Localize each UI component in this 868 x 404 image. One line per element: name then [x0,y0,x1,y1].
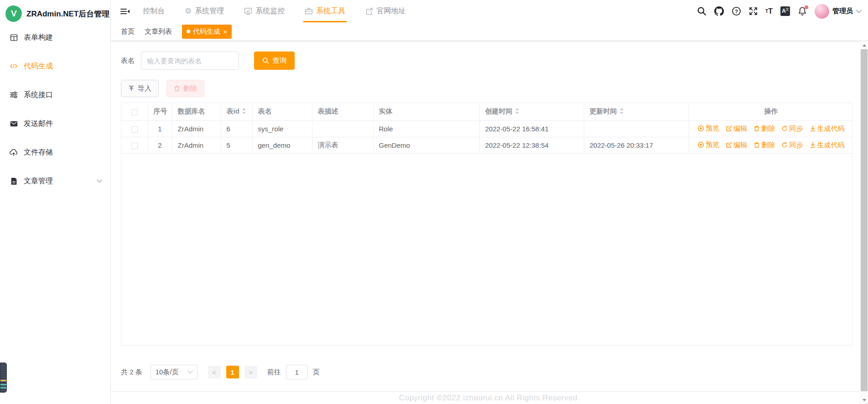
total-count: 共 2 条 [121,368,142,377]
sort-icon[interactable] [619,108,624,114]
import-button[interactable]: 导入 [121,80,159,97]
generate-code-link[interactable]: 生成代码 [810,124,845,133]
delete-link[interactable]: 删除 [754,141,775,150]
sidebar-item-label: 发送邮件 [24,119,53,129]
row-checkbox[interactable] [131,126,138,133]
trash-icon [754,142,760,148]
preview-link[interactable]: 预览 [697,124,719,133]
search-icon[interactable] [697,6,707,16]
tab-code-generation[interactable]: 代码生成 × [182,25,232,39]
table-row: 2 ZrAdmin 5 gen_demo 演示表 GenDemo 2022-05… [121,137,853,153]
header-table-desc: 表描述 [312,103,373,120]
query-button[interactable]: 查询 [254,52,295,70]
user-name: 管理员 [832,7,853,16]
gear-icon: ⚙ [185,7,192,15]
next-page-button[interactable]: > [244,366,257,378]
active-tab-dot [187,30,190,33]
header-entity: 实体 [373,103,479,120]
nav-item-label: 官网地址 [376,6,405,16]
sidebar-item-system-api[interactable]: 系统接口 [0,86,110,104]
scroll-down-arrow[interactable] [860,396,868,404]
help-icon[interactable]: ? [732,6,741,16]
sidebar-item-label: 表单构建 [24,33,53,42]
sidebar-item-send-mail[interactable]: 发送邮件 [0,114,110,133]
sort-icon[interactable] [515,108,520,114]
sync-link[interactable]: 同步 [781,141,803,150]
scrollbar-thumb[interactable] [861,49,868,391]
header-created[interactable]: 创建时间 [479,103,584,120]
edit-icon [726,125,732,132]
language-icon[interactable]: A文 [780,6,790,16]
preview-link[interactable]: 预览 [697,140,719,149]
tab-article-list[interactable]: 文章列表 [145,27,172,36]
main-area: 控制台 ⚙ 系统管理 系统监控 系统工具 [111,0,868,404]
sidebar-item-form-builder[interactable]: 表单构建 [0,28,110,47]
eye-icon [697,125,704,132]
nav-item-label: 系统管理 [195,6,224,16]
delete-link[interactable]: 删除 [754,124,775,133]
notification-dot [805,5,808,9]
table-name-label: 表名 [121,57,135,65]
sync-icon [781,125,788,132]
server-widget[interactable] [0,363,7,393]
nav-item-label: 系统监控 [255,6,285,16]
nav-item-system-tools[interactable]: 系统工具 [305,0,345,22]
goto-page-input[interactable] [286,365,308,379]
copyright-text: Copyright ©2022 izhaorui.cn All Rights R… [399,394,580,403]
github-icon[interactable] [714,6,724,16]
sidebar-menu: 表单构建 代码生成 系统接口 发送邮件 [0,27,110,190]
page-content: 表名 查询 导入 删除 [111,41,868,391]
cloud-upload-icon [9,149,18,156]
header-database: 数据库名 [172,103,221,120]
page-size-select[interactable]: 10条/页 [151,365,198,379]
search-form: 表名 查询 [121,52,868,70]
sidebar-item-label: 代码生成 [24,62,53,71]
delete-button[interactable]: 删除 [166,80,204,97]
generate-code-link[interactable]: 生成代码 [810,141,845,150]
row-actions: 预览 编辑 删除 同步 生成代码 [689,120,853,137]
header-seq: 序号 [148,103,172,120]
header-updated[interactable]: 更新时间 [584,103,689,120]
tab-home[interactable]: 首页 [121,27,135,36]
notification-bell-icon[interactable] [798,6,807,16]
edit-link[interactable]: 编辑 [726,141,747,150]
sidebar-item-label: 文件存储 [24,148,53,157]
nav-item-system-management[interactable]: ⚙ 系统管理 [185,0,224,22]
vertical-scrollbar[interactable] [860,41,868,404]
header-table-id[interactable]: 表id [221,103,252,120]
sync-icon [781,142,788,148]
select-all-checkbox[interactable] [131,109,138,115]
sort-icon[interactable] [242,108,246,114]
table-name-input[interactable] [141,52,239,70]
nav-item-console[interactable]: 控制台 [143,0,165,22]
nav-item-official-site[interactable]: 官网地址 [365,0,405,22]
tab-close-icon[interactable]: × [223,28,227,35]
sidebar-item-file-storage[interactable]: 文件存储 [0,143,110,161]
sidebar-item-article-management[interactable]: 文章管理 [0,172,110,190]
top-nav-items: 控制台 ⚙ 系统管理 系统监控 系统工具 [143,0,405,22]
nav-item-label: 控制台 [143,6,165,16]
table-header-row: 序号 数据库名 表id 表名 表描述 实体 创建时间 更新时间 操作 [121,103,853,120]
app-title: ZRAdmin.NET后台管理 [26,9,109,19]
row-checkbox[interactable] [131,143,138,149]
font-size-icon[interactable]: TT [765,7,773,16]
edit-link[interactable]: 编辑 [726,124,747,133]
document-icon [9,177,18,185]
sync-link[interactable]: 同步 [781,124,803,133]
form-grid-icon [9,34,18,41]
page-1-button[interactable]: 1 [226,366,239,378]
page-unit-label: 页 [313,368,320,377]
external-link-icon [365,7,373,15]
scroll-up-arrow[interactable] [860,41,868,49]
nav-item-system-monitor[interactable]: 系统监控 [244,0,285,22]
prev-page-button[interactable]: < [208,366,221,378]
sidebar-collapse-button[interactable] [120,7,130,16]
row-actions: 预览 编辑 删除 同步 生成代码 [689,137,853,153]
user-menu[interactable]: 管理员 [815,4,862,19]
chevron-down-icon [856,10,862,13]
sidebar-item-code-generation[interactable]: 代码生成 [0,57,110,75]
mail-icon [9,120,18,127]
upload-icon [128,85,135,92]
fullscreen-icon[interactable] [749,7,758,16]
app-logo[interactable]: V ZRAdmin.NET后台管理 [0,0,110,27]
